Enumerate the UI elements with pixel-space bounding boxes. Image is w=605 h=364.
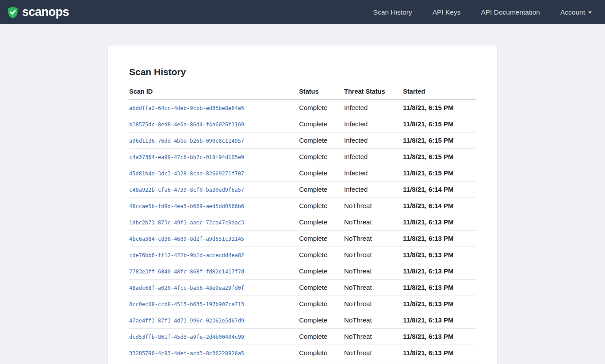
status-cell: Complete	[299, 296, 344, 312]
brand-logo[interactable]: scanops	[6, 5, 69, 19]
nav-item-api-keys[interactable]: API Keys	[433, 8, 461, 16]
status-cell: Complete	[299, 312, 344, 329]
scan-id-cell: dcd53ffb-861f-45d3-a9fe-2d4b00404c99	[129, 329, 299, 345]
table-row: 4bc6a384-c838-4689-8d2f-a9d651c31145Comp…	[129, 231, 476, 247]
table-row: b18575dc-8ed8-4e6a-86d4-f4a6026f1169Comp…	[129, 116, 476, 133]
scan-id-link[interactable]: 33285796-4c83-4def-acd3-8c36228926a5	[129, 350, 244, 356]
scan-id-cell: 47ae4ff3-87f3-4d73-996c-02362e5d67d9	[129, 312, 299, 329]
status-cell: Complete	[299, 247, 344, 263]
scan-id-cell: 7783e3ff-6840-48fc-868f-fd82c1417f7d	[129, 263, 299, 280]
status-cell: Complete	[299, 198, 344, 214]
started-cell: 11/8/21, 6:13 PM	[403, 280, 476, 296]
scan-id-link[interactable]: c4a37364-ea99-47c6-bb7c-018f94d105e9	[129, 154, 244, 160]
table-row-partial: CompleteNoThreat11/8/21, 6:13 PM	[129, 361, 476, 364]
scan-id-cell: 48ccae5b-fd9d-4ea3-b669-aed5dd0566b6	[129, 198, 299, 214]
scan-history-table: Scan IDStatusThreat StatusStarted abddff…	[129, 87, 476, 364]
started-cell: 11/8/21, 6:14 PM	[403, 182, 476, 198]
threat-status-cell: NoThreat	[344, 345, 403, 361]
status-cell: Complete	[299, 280, 344, 296]
started-cell: 11/8/21, 6:15 PM	[403, 116, 476, 133]
started-cell: 11/8/21, 6:14 PM	[403, 198, 476, 214]
nav-item-label: API Keys	[433, 8, 461, 16]
scan-id-link[interactable]: 4bc6a384-c838-4689-8d2f-a9d651c31145	[129, 236, 244, 242]
page-title: Scan History	[129, 67, 476, 77]
table-header-row: Scan IDStatusThreat StatusStarted	[129, 87, 476, 100]
scan-id-cell: b18575dc-8ed8-4e6a-86d4-f4a6026f1169	[129, 116, 299, 133]
nav-item-label: Account	[560, 8, 585, 16]
started-cell: 11/8/21, 6:15 PM	[403, 133, 476, 149]
started-cell: 11/8/21, 6:13 PM	[403, 329, 476, 345]
threat-status-cell: NoThreat	[344, 214, 403, 231]
shield-check-icon	[6, 5, 19, 19]
started-cell: 11/8/21, 6:13 PM	[403, 263, 476, 280]
table-row: 33285796-4c83-4def-acd3-8c36228926a5Comp…	[129, 345, 476, 361]
nav-item-account-dropdown[interactable]: Account	[560, 8, 592, 16]
status-cell: Complete	[299, 361, 344, 364]
nav-item-label: Scan History	[373, 8, 412, 16]
status-cell: Complete	[299, 329, 344, 345]
scan-id-cell: 45d81b4a-3dc3-4328-8caa-82669271f707	[129, 165, 299, 182]
started-cell: 11/8/21, 6:15 PM	[403, 149, 476, 165]
threat-status-cell: Infected	[344, 165, 403, 182]
threat-status-cell: NoThreat	[344, 231, 403, 247]
scan-id-cell: cde76bb6-ff12-422b-9b1d-accecdd4ea82	[129, 247, 299, 263]
status-cell: Complete	[299, 214, 344, 231]
scan-id-cell: 33285796-4c83-4def-acd3-8c36228926a5	[129, 345, 299, 361]
started-cell: 11/8/21, 6:13 PM	[403, 296, 476, 312]
table-row: 47ae4ff3-87f3-4d73-996c-02362e5d67d9Comp…	[129, 312, 476, 329]
scan-id-link[interactable]: cde76bb6-ff12-422b-9b1d-accecdd4ea82	[129, 252, 244, 258]
threat-status-cell: NoThreat	[344, 296, 403, 312]
started-cell: 11/8/21, 6:13 PM	[403, 214, 476, 231]
table-body: abddffa2-64cc-4deb-9cbb-ed35be8e64e5Comp…	[129, 100, 476, 364]
chevron-down-icon	[588, 11, 592, 14]
table-row: c4a37364-ea99-47c6-bb7c-018f94d105e9Comp…	[129, 149, 476, 165]
scan-id-cell: 4bc6a384-c838-4689-8d2f-a9d651c31145	[129, 231, 299, 247]
scan-id-link[interactable]: a96d1136-76dd-4bbe-b26b-090c8c114957	[129, 138, 244, 144]
table-row: 7783e3ff-6840-48fc-868f-fd82c1417f7dComp…	[129, 263, 476, 280]
status-cell: Complete	[299, 231, 344, 247]
navbar: scanops Scan History API Keys API Docume…	[0, 0, 605, 24]
table-row: 48adc68f-a020-4fcc-bab6-48e9ea29fd0fComp…	[129, 280, 476, 296]
scan-id-link[interactable]: c48a922b-cfa6-4739-8cf0-ba30ed9f6a57	[129, 187, 244, 193]
started-cell: 11/8/21, 6:15 PM	[403, 165, 476, 182]
status-cell: Complete	[299, 345, 344, 361]
scan-id-link[interactable]: 7783e3ff-6840-48fc-868f-fd82c1417f7d	[129, 269, 244, 275]
scan-id-link[interactable]: 45d81b4a-3dc3-4328-8caa-82669271f707	[129, 171, 244, 177]
status-cell: Complete	[299, 100, 344, 116]
started-cell: 11/8/21, 6:13 PM	[403, 361, 476, 364]
scan-id-link[interactable]: 47ae4ff3-87f3-4d73-996c-02362e5d67d9	[129, 318, 244, 324]
column-header: Scan ID	[129, 87, 299, 100]
threat-status-cell: NoThreat	[344, 247, 403, 263]
main-nav: Scan History API Keys API Documentation …	[373, 8, 592, 16]
threat-status-cell: Infected	[344, 149, 403, 165]
table-row: a96d1136-76dd-4bbe-b26b-090c8c114957Comp…	[129, 133, 476, 149]
column-header: Status	[299, 87, 344, 100]
threat-status-cell: Infected	[344, 182, 403, 198]
table-row: dcd53ffb-861f-45d3-a9fe-2d4b00404c99Comp…	[129, 329, 476, 345]
scan-id-link[interactable]: dcd53ffb-861f-45d3-a9fe-2d4b00404c99	[129, 334, 244, 340]
scan-id-cell: c4a37364-ea99-47c6-bb7c-018f94d105e9	[129, 149, 299, 165]
threat-status-cell: NoThreat	[344, 312, 403, 329]
scan-id-link[interactable]: 1dbc2b71-873c-49f1-aaec-72ca47c0aac3	[129, 220, 244, 226]
table-row: 1dbc2b71-873c-49f1-aaec-72ca47c0aac3Comp…	[129, 214, 476, 231]
nav-item-scan-history[interactable]: Scan History	[373, 8, 412, 16]
table-row: abddffa2-64cc-4deb-9cbb-ed35be8e64e5Comp…	[129, 100, 476, 116]
threat-status-cell: NoThreat	[344, 329, 403, 345]
table-row: 0cc0ec08-ccb8-4515-b635-197b907ca713Comp…	[129, 296, 476, 312]
threat-status-cell: Infected	[344, 133, 403, 149]
status-cell: Complete	[299, 116, 344, 133]
nav-item-api-documentation[interactable]: API Documentation	[481, 8, 540, 16]
status-cell: Complete	[299, 263, 344, 280]
scan-id-cell: abddffa2-64cc-4deb-9cbb-ed35be8e64e5	[129, 100, 299, 116]
scan-id-link[interactable]: b18575dc-8ed8-4e6a-86d4-f4a6026f1169	[129, 121, 244, 128]
scan-id-link[interactable]: abddffa2-64cc-4deb-9cbb-ed35be8e64e5	[129, 105, 244, 111]
scan-id-link[interactable]: 48adc68f-a020-4fcc-bab6-48e9ea29fd0f	[129, 285, 244, 291]
scan-id-link[interactable]: 0cc0ec08-ccb8-4515-b635-197b907ca713	[129, 301, 244, 307]
table-row: 48ccae5b-fd9d-4ea3-b669-aed5dd0566b6Comp…	[129, 198, 476, 214]
scan-id-cell: c48a922b-cfa6-4739-8cf0-ba30ed9f6a57	[129, 182, 299, 198]
started-cell: 11/8/21, 6:13 PM	[403, 247, 476, 263]
scan-id-cell: 1dbc2b71-873c-49f1-aaec-72ca47c0aac3	[129, 214, 299, 231]
scan-id-link[interactable]: 48ccae5b-fd9d-4ea3-b669-aed5dd0566b6	[129, 203, 244, 209]
status-cell: Complete	[299, 149, 344, 165]
status-cell: Complete	[299, 182, 344, 198]
